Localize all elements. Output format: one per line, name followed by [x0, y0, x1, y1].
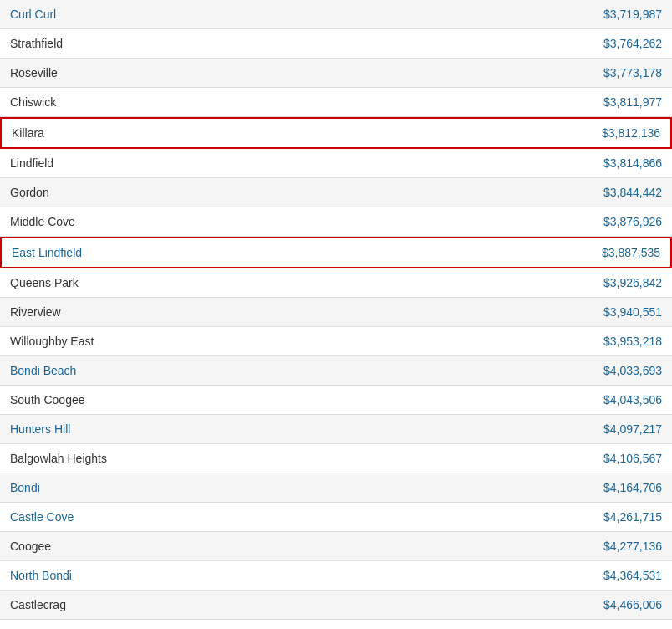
suburb-price: $3,953,218: [603, 335, 662, 348]
suburb-name: Willoughby East: [10, 335, 94, 348]
suburb-price: $3,844,442: [603, 186, 662, 199]
suburb-name: Bondi: [10, 481, 40, 494]
table-row: Hunters Hill$4,097,217: [0, 415, 672, 444]
suburb-price: $3,764,262: [603, 37, 662, 50]
table-row: Chiswick$3,811,977: [0, 88, 672, 117]
suburb-name: East Lindfield: [12, 246, 82, 259]
table-row: South Coogee$4,043,506: [0, 386, 672, 415]
suburb-name: South Coogee: [10, 393, 85, 407]
table-row: Castlecrag$4,466,006: [0, 591, 672, 620]
suburb-name: Castle Cove: [10, 510, 74, 524]
suburb-price: $4,164,706: [603, 481, 662, 494]
table-row: Balgowlah Heights$4,106,567: [0, 444, 672, 473]
suburb-name: Lindfield: [10, 156, 53, 170]
suburb-price: $3,876,926: [603, 215, 662, 228]
table-row: Willoughby East$3,953,218: [0, 327, 672, 356]
suburb-price: $3,773,178: [603, 66, 662, 79]
suburb-price: $3,926,842: [603, 276, 662, 289]
property-table: Curl Curl$3,719,987Strathfield$3,764,262…: [0, 0, 672, 620]
suburb-name: Curl Curl: [10, 8, 56, 21]
suburb-name: Queens Park: [10, 276, 79, 289]
suburb-price: $4,466,006: [603, 598, 662, 611]
suburb-name: Coogee: [10, 540, 51, 553]
suburb-name: Hunters Hill: [10, 422, 70, 436]
suburb-name: Chiswick: [10, 95, 56, 109]
suburb-name: Strathfield: [10, 37, 63, 50]
table-row: Curl Curl$3,719,987: [0, 0, 672, 29]
table-row: Coogee$4,277,136: [0, 532, 672, 561]
table-row: East Lindfield$3,887,535: [0, 237, 672, 268]
table-row: Middle Cove$3,876,926: [0, 207, 672, 237]
table-row: Gordon$3,844,442: [0, 178, 672, 207]
table-row: Lindfield$3,814,866: [0, 149, 672, 178]
table-row: Strathfield$3,764,262: [0, 29, 672, 59]
suburb-price: $3,812,136: [602, 126, 660, 140]
suburb-price: $3,887,535: [602, 246, 660, 259]
suburb-name: Killara: [12, 126, 44, 140]
table-row: Bondi$4,164,706: [0, 473, 672, 503]
suburb-price: $4,277,136: [603, 540, 662, 553]
suburb-name: Roseville: [10, 66, 58, 79]
table-row: Bondi Beach$4,033,693: [0, 356, 672, 386]
suburb-price: $4,261,715: [603, 510, 662, 524]
table-row: Queens Park$3,926,842: [0, 268, 672, 298]
suburb-name: Gordon: [10, 186, 49, 199]
suburb-price: $3,811,977: [603, 95, 662, 109]
table-row: North Bondi$4,364,531: [0, 561, 672, 591]
suburb-name: Middle Cove: [10, 215, 75, 228]
suburb-price: $4,364,531: [603, 569, 662, 582]
table-row: Riverview$3,940,551: [0, 298, 672, 327]
suburb-price: $4,033,693: [603, 364, 662, 377]
suburb-name: Castlecrag: [10, 598, 66, 611]
table-row: Castle Cove$4,261,715: [0, 503, 672, 532]
suburb-price: $4,043,506: [603, 393, 662, 407]
suburb-name: North Bondi: [10, 569, 72, 582]
suburb-price: $3,719,987: [603, 8, 662, 21]
suburb-price: $3,814,866: [603, 156, 662, 170]
suburb-price: $4,097,217: [603, 422, 662, 436]
table-row: Killara$3,812,136: [0, 117, 672, 149]
suburb-name: Riverview: [10, 305, 61, 319]
suburb-price: $4,106,567: [603, 452, 662, 465]
table-row: Roseville$3,773,178: [0, 59, 672, 88]
suburb-name: Bondi Beach: [10, 364, 76, 377]
suburb-price: $3,940,551: [603, 305, 662, 319]
suburb-name: Balgowlah Heights: [10, 452, 107, 465]
